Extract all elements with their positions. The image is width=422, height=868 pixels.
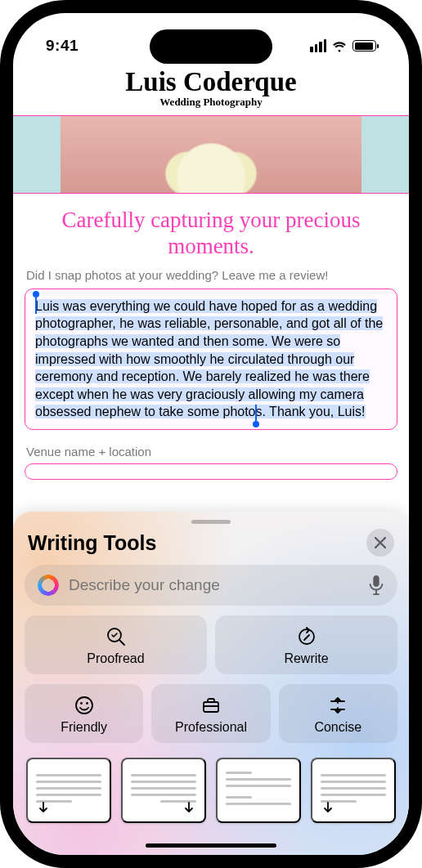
svg-rect-5 [204,702,218,712]
describe-change-field[interactable] [25,565,397,606]
selected-text: Luis was everything we could have hoped … [35,299,383,419]
apple-intelligence-icon [38,575,59,596]
home-indicator[interactable] [146,843,276,848]
tool-label: Rewrite [284,651,328,666]
tool-label: Proofread [87,651,144,666]
rewrite-button[interactable]: Rewrite [215,615,397,674]
review-prompt-label: Did I snap photos at your wedding? Leave… [13,268,409,289]
format-thumbnails [25,758,397,823]
format-option-3[interactable] [216,758,301,823]
close-icon [375,537,386,548]
venue-input[interactable] [25,463,397,480]
professional-button[interactable]: Professional [151,684,270,743]
concise-icon [326,694,349,717]
hero-image [13,115,409,194]
site-title: Luis Coderque [13,67,409,97]
wifi-icon [331,40,348,52]
format-option-1[interactable] [26,758,111,823]
tool-label: Professional [175,720,247,735]
dynamic-island [150,29,272,64]
writing-tools-sheet: Writing Tools Proofread Rewrite [13,512,409,855]
tool-label: Friendly [61,720,107,735]
svg-point-2 [76,697,92,714]
cellular-icon [310,39,326,52]
format-option-2[interactable] [121,758,206,823]
friendly-button[interactable]: Friendly [25,684,143,743]
smile-icon [73,694,96,717]
venue-label: Venue name + location [13,430,409,463]
proofread-button[interactable]: Proofread [25,615,207,674]
close-button[interactable] [366,529,394,557]
svg-point-3 [80,702,83,705]
briefcase-icon [200,694,222,717]
format-option-4[interactable] [311,758,396,823]
svg-point-4 [86,702,88,705]
headline: Carefully capturing your precious moment… [13,194,409,268]
battery-icon [352,40,376,51]
tool-label: Concise [314,720,361,735]
concise-button[interactable]: Concise [279,684,397,743]
describe-change-input[interactable] [69,576,358,594]
review-textarea[interactable]: Luis was everything we could have hoped … [25,289,397,430]
arrow-down-icon [182,800,196,815]
sheet-title: Writing Tools [28,531,156,555]
microphone-icon[interactable] [368,575,384,595]
arrow-down-icon [321,800,335,815]
site-header: Luis Coderque Wedding Photography [13,65,409,109]
site-subtitle: Wedding Photography [13,96,409,109]
selection-start-handle[interactable] [35,298,37,314]
arrow-down-icon [36,800,51,815]
status-time: 9:41 [46,37,79,55]
rewrite-icon [295,625,318,648]
selection-end-handle[interactable] [255,405,257,421]
sheet-grabber[interactable] [191,520,231,524]
magnifier-check-icon [105,625,128,648]
